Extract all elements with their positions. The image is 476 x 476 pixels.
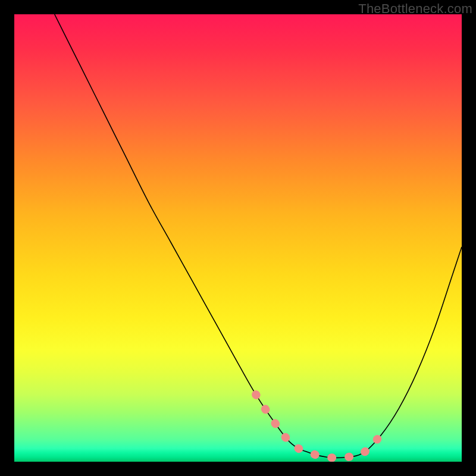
plot-area: [14, 14, 462, 462]
optimal-zone-highlight: [14, 14, 462, 462]
chart-frame: TheBottleneck.com: [0, 0, 476, 476]
watermark-text: TheBottleneck.com: [358, 1, 472, 17]
